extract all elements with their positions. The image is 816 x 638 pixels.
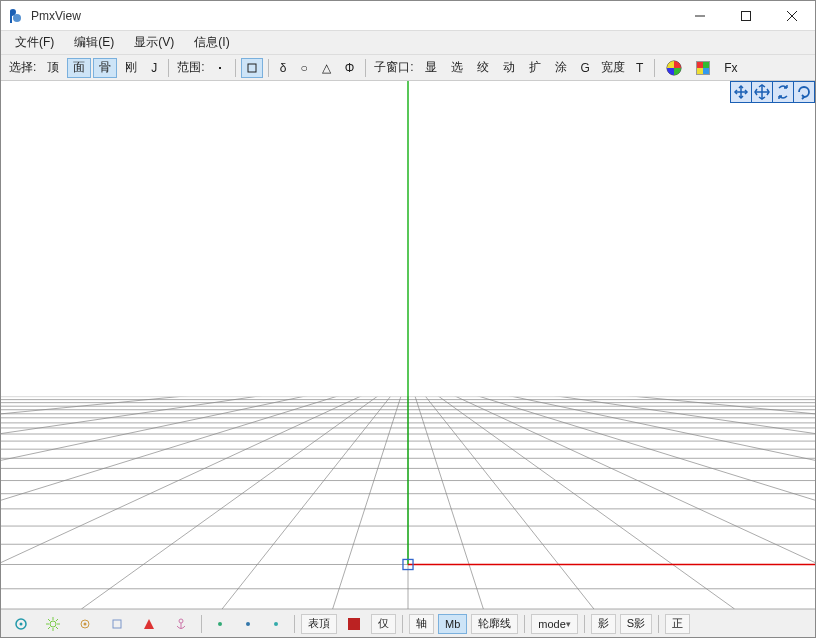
subwindow-label: 子窗口: — [370, 59, 417, 76]
shadow-button[interactable]: 影 — [591, 614, 616, 634]
svg-point-71 — [274, 622, 278, 626]
target-icon[interactable] — [7, 614, 35, 634]
view-nav-overlay — [731, 81, 815, 103]
svg-rect-5 — [219, 67, 221, 69]
sub-expand-button[interactable]: 扩 — [523, 58, 547, 78]
toolbar: 选择: 顶 面 骨 刚 J 范围: δ ○ △ Φ 子窗口: 显 选 绞 动 扩… — [1, 55, 815, 81]
titlebar: PmxView — [1, 1, 815, 31]
svg-line-59 — [48, 619, 50, 621]
width-label: 宽度 — [597, 59, 629, 76]
delta-button[interactable]: δ — [274, 58, 293, 78]
menubar: 文件(F) 编辑(E) 显示(V) 信息(I) — [1, 31, 815, 55]
separator — [654, 59, 655, 77]
svg-line-60 — [56, 627, 58, 629]
sub-g-button[interactable]: G — [575, 58, 596, 78]
separator — [402, 615, 403, 633]
svg-point-0 — [13, 14, 21, 22]
menu-display[interactable]: 显示(V) — [124, 32, 184, 53]
sub-select-button[interactable]: 选 — [445, 58, 469, 78]
colorwheel-button[interactable] — [660, 58, 688, 78]
app-icon — [1, 8, 29, 24]
minimize-button[interactable] — [677, 1, 723, 31]
close-button[interactable] — [769, 1, 815, 31]
move-icon[interactable] — [751, 81, 773, 103]
maximize-button[interactable] — [723, 1, 769, 31]
triangle-button[interactable]: △ — [316, 58, 337, 78]
svg-rect-72 — [348, 618, 360, 630]
select-bone-button[interactable]: 骨 — [93, 58, 117, 78]
only-button[interactable]: 仅 — [371, 614, 396, 634]
svg-line-62 — [48, 627, 50, 629]
outline-button[interactable]: 轮廓线 — [471, 614, 518, 634]
svg-point-69 — [218, 622, 222, 626]
svg-rect-65 — [113, 620, 121, 628]
svg-line-61 — [56, 619, 58, 621]
range-label: 范围: — [173, 59, 208, 76]
separator — [268, 59, 269, 77]
svg-point-67 — [179, 619, 183, 623]
sub-weight-button[interactable]: 绞 — [471, 58, 495, 78]
mb-button[interactable]: Mb — [438, 614, 467, 634]
sub-show-button[interactable]: 显 — [419, 58, 443, 78]
separator — [168, 59, 169, 77]
range-dot-icon[interactable] — [210, 58, 230, 78]
grid-plane — [1, 81, 815, 609]
rotate-icon[interactable] — [772, 81, 794, 103]
surface-button[interactable]: 表頂 — [301, 614, 337, 634]
triangle-red-icon[interactable] — [135, 614, 163, 634]
separator — [524, 615, 525, 633]
select-vertex-button[interactable]: 顶 — [41, 58, 65, 78]
cube-icon[interactable] — [103, 614, 131, 634]
select-rigid-button[interactable]: 刚 — [119, 58, 143, 78]
separator — [584, 615, 585, 633]
app-window: PmxView 文件(F) 编辑(E) 显示(V) 信息(I) 选择: 顶 面 … — [0, 0, 816, 638]
orbit-icon[interactable] — [793, 81, 815, 103]
sub-anim-button[interactable]: 动 — [497, 58, 521, 78]
dot-cyan-icon[interactable] — [264, 614, 288, 634]
separator — [658, 615, 659, 633]
window-controls — [677, 1, 815, 31]
svg-marker-66 — [144, 619, 154, 629]
fx-button[interactable]: Fx — [718, 58, 743, 78]
color-grid-button[interactable] — [690, 58, 716, 78]
svg-point-70 — [246, 622, 250, 626]
range-square-icon[interactable] — [241, 58, 263, 78]
viewport[interactable] — [1, 81, 815, 609]
svg-point-54 — [50, 621, 56, 627]
node-icon[interactable] — [71, 614, 99, 634]
separator — [294, 615, 295, 633]
svg-point-53 — [20, 622, 23, 625]
sshadow-button[interactable]: S影 — [620, 614, 652, 634]
mode-dropdown[interactable]: mode — [531, 614, 578, 634]
dot-blue-icon[interactable] — [236, 614, 260, 634]
separator — [235, 59, 236, 77]
menu-info[interactable]: 信息(I) — [184, 32, 239, 53]
separator — [365, 59, 366, 77]
select-label: 选择: — [5, 59, 40, 76]
svg-rect-6 — [248, 64, 256, 72]
dot-green-icon[interactable] — [208, 614, 232, 634]
pan-icon[interactable] — [730, 81, 752, 103]
sub-t-button[interactable]: T — [630, 58, 649, 78]
select-face-button[interactable]: 面 — [67, 58, 91, 78]
window-title: PmxView — [29, 9, 677, 23]
svg-point-64 — [84, 622, 87, 625]
sun-icon[interactable] — [39, 614, 67, 634]
axis-button[interactable]: 轴 — [409, 614, 434, 634]
ortho-button[interactable]: 正 — [665, 614, 690, 634]
sub-paint-button[interactable]: 涂 — [549, 58, 573, 78]
color-swatch-red[interactable] — [341, 614, 367, 634]
separator — [201, 615, 202, 633]
circle-button[interactable]: ○ — [294, 58, 313, 78]
svg-rect-2 — [742, 11, 751, 20]
phi-button[interactable]: Φ — [339, 58, 361, 78]
menu-edit[interactable]: 编辑(E) — [64, 32, 124, 53]
bottom-toolbar: 表頂 仅 轴 Mb 轮廓线 mode 影 S影 正 — [1, 609, 815, 637]
select-joint-button[interactable]: J — [145, 58, 163, 78]
menu-file[interactable]: 文件(F) — [5, 32, 64, 53]
anchor-icon[interactable] — [167, 614, 195, 634]
